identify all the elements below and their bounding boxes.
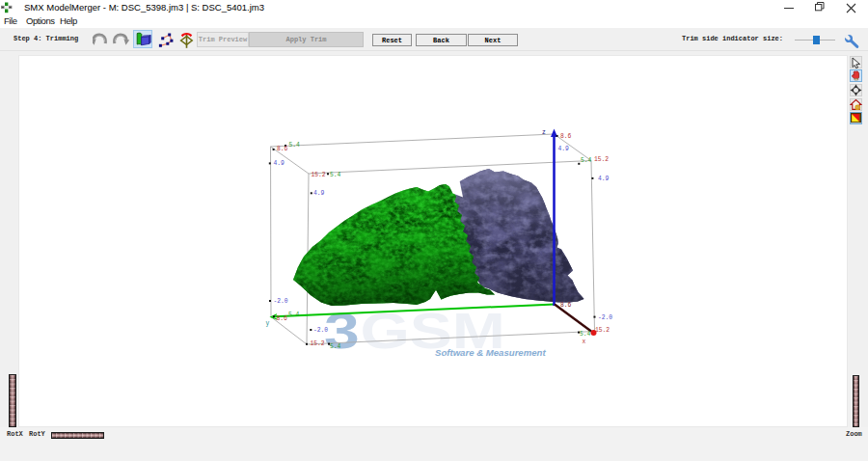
svg-text:5.4: 5.4	[330, 172, 341, 178]
svg-text:-2.0: -2.0	[274, 298, 288, 305]
svg-text:15.2: 15.2	[311, 340, 325, 347]
svg-text:4.9: 4.9	[598, 176, 610, 182]
svg-text:5.4: 5.4	[580, 331, 591, 338]
svg-text:4.9: 4.9	[274, 160, 285, 167]
svg-text:8.6: 8.6	[277, 315, 288, 322]
svg-text:8.6: 8.6	[560, 133, 572, 140]
svg-text:8.6: 8.6	[560, 302, 572, 309]
svg-text:y: y	[266, 320, 270, 327]
svg-text:3: 3	[324, 303, 360, 360]
svg-text:4.9: 4.9	[558, 146, 570, 152]
svg-text:5.4: 5.4	[330, 343, 341, 350]
svg-text:-2.0: -2.0	[313, 327, 328, 334]
svg-text:4.9: 4.9	[313, 190, 325, 197]
svg-text:5.4: 5.4	[288, 312, 300, 318]
svg-text:8.6: 8.6	[277, 146, 288, 152]
svg-text:15.2: 15.2	[595, 327, 610, 334]
svg-text:-2.0: -2.0	[598, 314, 612, 321]
svg-text:5.4: 5.4	[581, 157, 592, 164]
svg-text:15.2: 15.2	[594, 156, 609, 163]
svg-text:x: x	[583, 339, 586, 345]
svg-text:z: z	[542, 129, 546, 136]
svg-text:Software & Measurement: Software & Measurement	[435, 347, 546, 358]
svg-text:15.2: 15.2	[312, 172, 326, 178]
svg-text:5.4: 5.4	[289, 142, 301, 149]
